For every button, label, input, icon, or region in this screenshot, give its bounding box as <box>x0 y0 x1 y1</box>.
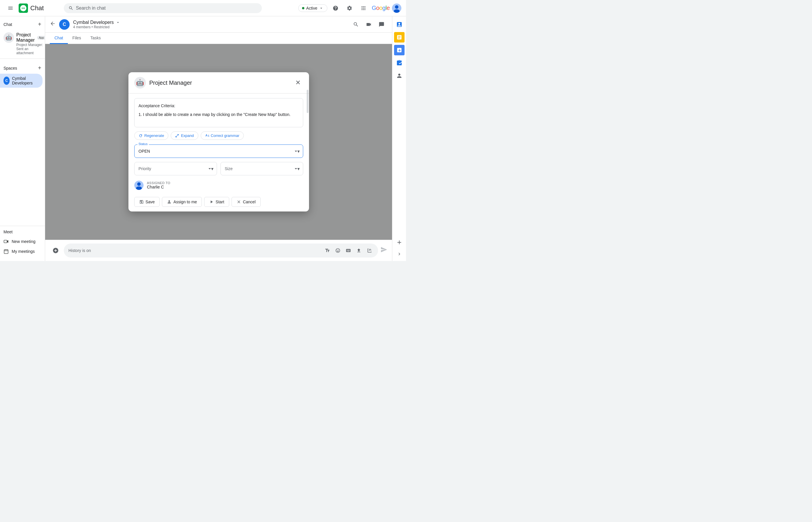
chat-header-left: C Cymbal Developers 4 members • Restrict… <box>50 19 120 30</box>
spaces-section-header[interactable]: Spaces + <box>0 62 45 74</box>
upload-icon[interactable] <box>355 246 363 255</box>
meet-my-meetings[interactable]: My meetings <box>0 246 45 256</box>
pm-text: Project Manager App Project Manager: Sen… <box>16 32 46 55</box>
chat-section-header[interactable]: Chat + <box>0 19 45 30</box>
chat-bubble-icon[interactable] <box>376 19 387 30</box>
right-panel-task-icon[interactable] <box>393 57 405 69</box>
status-group: Status OPEN <box>134 144 303 158</box>
status-label: Status <box>138 142 149 146</box>
acceptance-criteria-box[interactable]: Acceptance Criteria: 1. I should be able… <box>134 98 303 127</box>
chat-input[interactable] <box>68 248 323 253</box>
right-panel <box>392 16 406 261</box>
chat-add-icon[interactable]: + <box>38 21 41 28</box>
correct-grammar-button[interactable]: Correct grammar <box>201 132 244 140</box>
content-area: Chat + 🤖 Project Manager App Project Man… <box>0 16 406 261</box>
divider-1 <box>0 59 45 59</box>
size-select[interactable]: Size <box>221 162 303 175</box>
spaces-section: Spaces + C Cymbal Developers <box>0 62 45 88</box>
svg-rect-9 <box>4 249 8 254</box>
svg-point-5 <box>395 5 399 9</box>
status-chip[interactable]: Active <box>298 4 327 12</box>
text-format-icon[interactable] <box>323 246 331 255</box>
assigned-avatar <box>134 181 144 190</box>
chat-input-area <box>45 240 392 261</box>
hamburger-icon[interactable] <box>5 2 16 14</box>
tab-chat[interactable]: Chat <box>50 33 68 44</box>
tab-files[interactable]: Files <box>68 33 86 44</box>
acceptance-criteria-text: 1. I should be able to create a new map … <box>139 111 299 118</box>
assign-to-me-button[interactable]: Assign to me <box>162 197 202 207</box>
modal-title: Project Manager <box>149 80 289 86</box>
save-button[interactable]: Save <box>134 197 160 207</box>
cancel-button[interactable]: Cancel <box>231 197 261 207</box>
pm-name: Project Manager <box>16 32 35 43</box>
priority-select[interactable]: Priority <box>134 162 217 175</box>
help-icon[interactable] <box>330 2 341 14</box>
meet-new-meeting[interactable]: New meeting <box>0 237 45 246</box>
video-add-icon[interactable] <box>365 246 373 255</box>
topbar-right: Active Google <box>298 2 401 14</box>
svg-point-6 <box>394 9 400 13</box>
space-header-icon: C <box>59 19 69 30</box>
sidebar-item-cymbal-developers[interactable]: C Cymbal Developers <box>0 74 42 88</box>
right-panel-add-icon[interactable] <box>393 237 405 248</box>
spaces-add-icon[interactable]: + <box>38 65 41 72</box>
add-content-icon[interactable] <box>50 245 61 256</box>
search-input[interactable] <box>76 5 257 11</box>
search-icon <box>68 5 74 11</box>
modal-actions: Save Assign to me Start <box>134 196 303 207</box>
video-icon[interactable] <box>363 19 374 30</box>
modal-bot-icon: 🤖 <box>134 77 146 88</box>
expand-icon <box>175 134 179 138</box>
expand-right-icon[interactable] <box>394 249 404 259</box>
chat-section-title: Chat <box>3 22 12 27</box>
dropdown-icon <box>116 20 120 25</box>
modal: 🤖 Project Manager ✕ Acceptance Criteria:… <box>128 72 309 212</box>
right-panel-icon-1[interactable] <box>393 19 405 30</box>
space-header-meta: 4 members • Restricted <box>73 25 120 29</box>
chat-header-right <box>350 19 387 30</box>
tab-tasks[interactable]: Tasks <box>86 33 105 44</box>
chat-tabs: Chat Files Tasks <box>45 33 392 44</box>
right-panel-icon-yellow[interactable] <box>394 32 405 42</box>
svg-point-1 <box>22 7 22 8</box>
save-icon <box>139 200 144 204</box>
right-panel-icon-blue[interactable] <box>394 45 405 55</box>
space-name: Cymbal Developers <box>12 76 39 85</box>
right-panel-person-icon[interactable] <box>393 70 405 82</box>
sidebar-item-project-manager[interactable]: 🤖 Project Manager App Project Manager: S… <box>0 30 45 57</box>
settings-icon[interactable] <box>344 2 355 14</box>
modal-scrollbar[interactable] <box>307 90 308 113</box>
svg-point-3 <box>24 7 25 8</box>
chat-panel: C Cymbal Developers 4 members • Restrict… <box>45 16 392 261</box>
chat-body: 🤖 Project Manager ✕ Acceptance Criteria:… <box>45 44 392 240</box>
start-icon <box>209 200 214 204</box>
svg-point-15 <box>136 186 142 190</box>
app-title: Chat <box>30 4 44 12</box>
apps-icon[interactable] <box>358 2 369 14</box>
ai-actions: Regenerate Expand Correct grammar <box>134 132 303 140</box>
regenerate-button[interactable]: Regenerate <box>134 132 169 140</box>
chevron-down-icon <box>319 6 324 11</box>
status-value: OPEN <box>139 149 150 154</box>
svg-point-14 <box>137 182 141 186</box>
back-button[interactable] <box>50 21 56 28</box>
modal-close-button[interactable]: ✕ <box>293 78 303 88</box>
grammar-icon <box>205 134 209 138</box>
expand-button[interactable]: Expand <box>171 132 198 140</box>
start-button[interactable]: Start <box>204 197 229 207</box>
assign-icon <box>167 200 171 204</box>
google-chat-logo <box>19 3 28 13</box>
keyboard-icon[interactable] <box>344 246 352 255</box>
cancel-icon <box>237 200 241 204</box>
emoji-icon[interactable] <box>334 246 342 255</box>
meet-section-header[interactable]: Meet <box>0 227 45 237</box>
space-header-info: Cymbal Developers 4 members • Restricted <box>73 20 120 29</box>
chat-header: C Cymbal Developers 4 members • Restrict… <box>45 16 392 33</box>
user-avatar[interactable] <box>392 3 401 13</box>
google-logo: Google <box>372 5 390 12</box>
send-button[interactable] <box>380 246 387 255</box>
my-meetings-label: My meetings <box>12 249 35 254</box>
pm-avatar: 🤖 <box>3 32 14 43</box>
search-chat-icon[interactable] <box>350 19 362 30</box>
